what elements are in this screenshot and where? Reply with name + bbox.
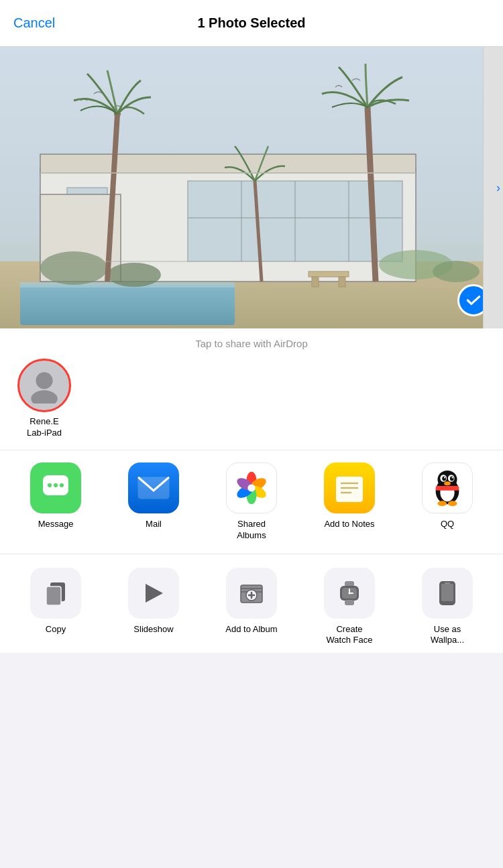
airdrop-contact-item[interactable]: Rene.ELab-iPad	[11, 359, 78, 439]
mail-app-icon	[128, 462, 179, 513]
airdrop-section: Tap to share with AirDrop Rene.ELab-iPad	[0, 328, 503, 450]
svg-rect-76	[445, 582, 450, 584]
slideshow-icon-wrap	[128, 568, 179, 619]
svg-rect-22	[312, 277, 319, 287]
action-add-to-album[interactable]: Add to Album	[203, 568, 300, 635]
qq-app-label: QQ	[441, 519, 454, 530]
notes-icon	[333, 471, 366, 505]
photo-sketch-overlay	[0, 47, 503, 328]
qq-penguin-icon	[428, 469, 467, 507]
svg-rect-5	[40, 154, 416, 173]
copy-icon-wrap	[30, 568, 81, 619]
mail-app-label: Mail	[146, 519, 162, 530]
svg-rect-21	[309, 271, 349, 277]
photos-pinwheel-icon	[233, 469, 270, 507]
create-watch-face-label: CreateWatch Face	[327, 624, 373, 647]
svg-rect-40	[336, 477, 363, 502]
action-slideshow[interactable]: Slideshow	[105, 568, 203, 635]
svg-point-27	[31, 390, 58, 404]
use-as-wallpaper-label: Use asWallpa...	[431, 624, 464, 647]
cancel-button[interactable]: Cancel	[13, 15, 55, 31]
svg-rect-54	[436, 486, 459, 491]
airdrop-prompt: Tap to share with AirDrop	[0, 338, 503, 349]
svg-rect-74	[441, 584, 453, 601]
share-app-message[interactable]: Message	[7, 462, 105, 530]
message-app-icon	[30, 462, 81, 513]
svg-point-52	[452, 477, 453, 478]
notes-app-label: Add to Notes	[324, 519, 374, 530]
shared-albums-label: SharedAlbums	[237, 519, 266, 542]
svg-point-13	[40, 251, 107, 285]
play-icon	[140, 580, 167, 607]
share-app-qq[interactable]: QQ	[398, 462, 496, 530]
add-to-album-icon-wrap	[226, 568, 277, 619]
share-apps-section: Message Mail	[0, 450, 503, 554]
svg-point-55	[438, 501, 447, 506]
svg-marker-59	[146, 584, 163, 603]
share-app-shared-albums[interactable]: SharedAlbums	[203, 462, 300, 542]
next-photo-strip[interactable]: ›	[483, 47, 503, 328]
use-as-wallpaper-icon-wrap	[422, 568, 473, 619]
svg-point-56	[448, 501, 457, 506]
svg-point-51	[444, 477, 445, 478]
qq-app-icon	[422, 462, 473, 513]
page-title: 1 Photo Selected	[197, 15, 305, 31]
svg-point-14	[107, 263, 161, 287]
create-watch-face-icon-wrap	[324, 568, 375, 619]
svg-point-30	[54, 483, 58, 487]
header: Cancel 1 Photo Selected	[0, 0, 503, 47]
action-use-as-wallpaper[interactable]: Use asWallpa...	[398, 568, 496, 647]
svg-point-16	[433, 261, 480, 282]
svg-rect-58	[46, 586, 61, 605]
notes-app-icon	[324, 462, 375, 513]
mail-envelope-icon	[137, 476, 170, 500]
svg-point-72	[349, 592, 351, 594]
photo-preview: ›	[0, 47, 503, 328]
svg-rect-66	[345, 581, 354, 586]
svg-rect-69	[345, 600, 354, 605]
svg-rect-2	[20, 285, 235, 325]
svg-point-29	[48, 483, 52, 487]
action-create-watch-face[interactable]: CreateWatch Face	[300, 568, 398, 647]
person-icon	[26, 367, 62, 404]
watch-icon	[336, 580, 363, 607]
phone-icon	[434, 580, 461, 607]
svg-point-31	[60, 483, 64, 487]
share-app-notes[interactable]: Add to Notes	[300, 462, 398, 530]
actions-section: Copy Slideshow	[0, 554, 503, 654]
message-bubble-icon	[40, 473, 71, 503]
copy-label: Copy	[46, 624, 66, 635]
next-arrow-icon: ›	[496, 181, 500, 195]
svg-point-53	[444, 481, 451, 485]
airdrop-contacts-list: Rene.ELab-iPad	[0, 359, 503, 450]
contact-name: Rene.ELab-iPad	[27, 416, 62, 439]
slideshow-label: Slideshow	[133, 624, 173, 635]
photos-app-icon	[226, 462, 277, 513]
actions-row: Copy Slideshow	[0, 568, 503, 647]
share-app-mail[interactable]: Mail	[105, 462, 203, 530]
svg-point-50	[450, 476, 454, 481]
message-app-label: Message	[38, 519, 74, 530]
share-apps-row: Message Mail	[0, 462, 503, 542]
svg-point-49	[442, 476, 446, 481]
add-to-album-icon	[238, 580, 265, 607]
copy-icon	[42, 580, 69, 607]
contact-avatar	[17, 359, 71, 412]
action-copy[interactable]: Copy	[7, 568, 105, 635]
add-to-album-label: Add to Album	[225, 624, 277, 635]
svg-point-39	[247, 484, 255, 491]
svg-rect-23	[339, 277, 345, 287]
svg-point-26	[36, 372, 52, 389]
